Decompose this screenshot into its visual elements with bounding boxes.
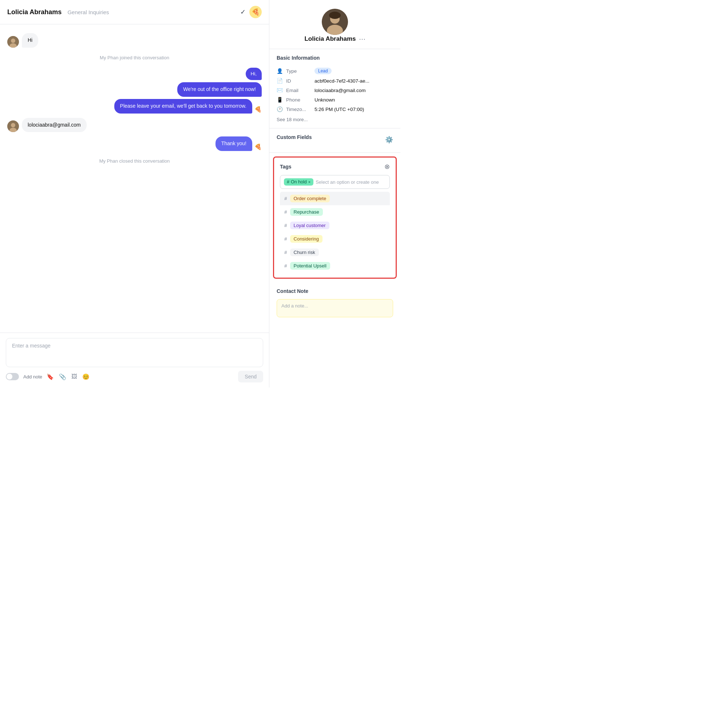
contact-name-row: Lolicia Abrahams ⋯ — [304, 35, 365, 43]
bookmark-icon[interactable]: 🔖 — [47, 373, 54, 380]
tags-title: Tags — [280, 164, 292, 170]
info-row-type: 👤 Type Lead — [276, 66, 393, 76]
type-value-badge: Lead — [314, 68, 332, 74]
tag-option-upsell[interactable]: # Potential Upsell — [280, 259, 390, 273]
chat-input-area: Enter a message Add note 🔖 📎 🖼 😊 Send — [0, 333, 269, 388]
contact-avatar-large — [322, 9, 348, 35]
id-value: acbf0ecd-7ef2-4307-ae... — [314, 78, 370, 84]
message-row: Please leave your email, we'll get back … — [114, 99, 262, 113]
tag-option-order-complete[interactable]: # Order complete — [280, 192, 390, 205]
tags-section: Tags ⊗ # On hold × Select an option or c… — [273, 157, 397, 279]
tags-input[interactable]: # On hold × Select an option or create o… — [280, 175, 390, 189]
email-value: lolociaabra@gmail.com — [314, 88, 366, 93]
message-bubble: Please leave your email, we'll get back … — [114, 99, 252, 113]
message-bubble: Thank you! — [216, 136, 252, 151]
chat-panel: Lolicia Abrahams General Inquiries ✓ 🍕 H… — [0, 0, 269, 388]
contact-note-input[interactable]: Add a note... — [276, 299, 393, 317]
message-row: Thank you! 🍕 — [216, 136, 262, 151]
header-actions: ✓ 🍕 — [240, 6, 262, 18]
message-row: We're out of the office right now! — [177, 82, 262, 97]
message-input[interactable]: Enter a message — [6, 338, 263, 367]
selected-tag-on-hold: # On hold × — [284, 178, 313, 186]
person-icon: 👤 — [276, 68, 283, 74]
system-message-closed: My Phan closed this conversation — [7, 155, 262, 167]
chat-title: Lolicia Abrahams — [7, 8, 62, 16]
hash-icon: # — [284, 236, 287, 241]
timezone-value: 5:26 PM (UTC +07:00) — [314, 107, 364, 112]
input-placeholder: Enter a message — [12, 343, 51, 348]
email-label: Email — [286, 88, 311, 93]
tag-considering-label: Considering — [290, 235, 323, 243]
tag-churn-label: Churn risk — [290, 249, 319, 256]
close-tags-icon[interactable]: ⊗ — [384, 163, 390, 170]
info-row-id: 📄 ID acbf0ecd-7ef2-4307-ae... — [276, 76, 393, 86]
tag-option-loyal[interactable]: # Loyal customer — [280, 219, 390, 232]
message-row: Hi, — [246, 68, 262, 80]
gear-icon[interactable]: ⚙️ — [385, 136, 393, 144]
tag-label: On hold — [291, 180, 307, 184]
chat-messages: Hi My Phan joined this conversation Hi, … — [0, 24, 269, 333]
contact-avatar-small — [7, 121, 19, 132]
outgoing-message-group: Thank you! 🍕 — [7, 136, 262, 151]
contact-name: Lolicia Abrahams — [304, 35, 356, 42]
tag-order-complete-label: Order complete — [290, 195, 330, 202]
basic-info-section: Basic Information 👤 Type Lead 📄 ID acbf0… — [269, 49, 400, 128]
outgoing-message-group: Hi, We're out of the office right now! P… — [7, 68, 262, 113]
info-row-phone: 📱 Phone Unknown — [276, 95, 393, 104]
send-button[interactable]: Send — [238, 371, 263, 382]
message-bubble: Hi — [22, 33, 38, 48]
check-icon[interactable]: ✓ — [240, 8, 246, 16]
phone-label: Phone — [286, 97, 311, 103]
agent-emoji-avatar: 🍕 — [254, 106, 262, 113]
agent-avatar[interactable]: 🍕 — [249, 6, 262, 18]
tag-option-repurchase[interactable]: # Repurchase — [280, 205, 390, 219]
see-more-link[interactable]: See 18 more... — [276, 117, 393, 122]
id-icon: 📄 — [276, 78, 283, 84]
note-placeholder: Add a note... — [281, 303, 308, 309]
svg-point-4 — [11, 123, 15, 127]
message-row: lolociaabra@gmail.com — [7, 118, 262, 133]
chat-subtitle: General Inquiries — [67, 9, 109, 15]
contact-panel: Lolicia Abrahams ⋯ Basic Information 👤 T… — [269, 0, 400, 388]
tag-option-considering[interactable]: # Considering — [280, 232, 390, 246]
add-note-toggle[interactable] — [6, 373, 19, 380]
info-row-timezone: 🕐 Timezo... 5:26 PM (UTC +07:00) — [276, 104, 393, 114]
phone-value: Unknown — [314, 97, 335, 103]
more-menu-icon[interactable]: ⋯ — [359, 35, 366, 43]
emoji-icon[interactable]: 😊 — [82, 373, 89, 380]
tag-repurchase-label: Repurchase — [290, 208, 323, 216]
hash-icon: # — [284, 196, 287, 201]
message-row: Hi — [7, 33, 262, 48]
info-row-email: ✉️ Email lolociaabra@gmail.com — [276, 86, 393, 95]
id-label: ID — [286, 78, 311, 84]
attachment-icon[interactable]: 📎 — [59, 373, 66, 380]
add-note-label: Add note — [23, 374, 42, 380]
contact-header: Lolicia Abrahams ⋯ — [269, 0, 400, 49]
email-icon: ✉️ — [276, 87, 283, 93]
hash-icon: # — [284, 223, 287, 228]
tags-dropdown: # Order complete # Repurchase # Loyal cu… — [280, 192, 390, 273]
custom-fields-title: Custom Fields — [276, 134, 311, 140]
basic-info-title: Basic Information — [276, 55, 393, 61]
toolbar-icons: 🔖 📎 🖼 😊 — [47, 373, 89, 380]
custom-fields-section: Custom Fields ⚙️ — [269, 128, 400, 153]
contact-note-title: Contact Note — [276, 288, 393, 294]
chat-header: Lolicia Abrahams General Inquiries ✓ 🍕 — [0, 0, 269, 24]
remove-tag-button[interactable]: × — [308, 180, 311, 184]
contact-note-section: Contact Note Add a note... — [269, 282, 400, 323]
contact-avatar-small — [7, 36, 19, 48]
tag-hash: # — [287, 180, 289, 184]
agent-emoji-avatar: 🍕 — [254, 143, 262, 150]
timezone-label: Timezo... — [286, 107, 311, 112]
tags-header: Tags ⊗ — [280, 163, 390, 170]
svg-point-1 — [11, 39, 15, 43]
image-icon[interactable]: 🖼 — [71, 373, 77, 380]
hash-icon: # — [284, 250, 287, 255]
message-bubble: We're out of the office right now! — [177, 82, 262, 97]
hash-icon: # — [284, 209, 287, 215]
tags-placeholder: Select an option or create one — [316, 180, 379, 185]
hash-icon: # — [284, 263, 287, 269]
message-bubble: lolociaabra@gmail.com — [22, 118, 87, 133]
tag-option-churn[interactable]: # Churn risk — [280, 246, 390, 259]
svg-point-9 — [329, 12, 341, 19]
